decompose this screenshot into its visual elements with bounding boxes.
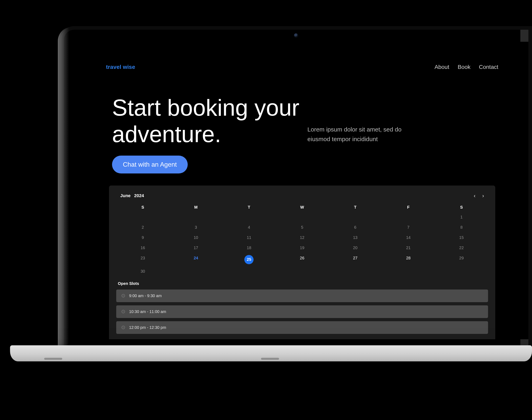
calendar-day-empty bbox=[276, 213, 329, 222]
open-slots-list: 9:00 am - 9:30 am10:30 am - 11:00 am12:0… bbox=[116, 289, 488, 334]
calendar-day: 8 bbox=[435, 223, 488, 232]
calendar-day: 16 bbox=[116, 243, 169, 252]
nav-book[interactable]: Book bbox=[458, 64, 471, 70]
hero-title-line1: Start booking your bbox=[112, 95, 299, 120]
calendar-month: June bbox=[120, 193, 131, 198]
calendar-day-empty bbox=[222, 267, 276, 276]
calendar-day: 14 bbox=[382, 233, 435, 242]
calendar-week-row: 30 bbox=[116, 267, 488, 276]
nav-contact[interactable]: Contact bbox=[479, 64, 499, 70]
calendar-day: 1 bbox=[435, 213, 488, 222]
calendar-day-label: 25 bbox=[244, 255, 253, 264]
open-slots-title: Open Slots bbox=[118, 281, 488, 286]
calendar-day[interactable]: 26 bbox=[276, 254, 329, 265]
calendar-day[interactable]: 28 bbox=[382, 254, 435, 265]
booking-panel: June 2024 ‹ › SMTWTFS 123456789101112131… bbox=[109, 185, 495, 340]
radio-icon bbox=[121, 294, 125, 298]
calendar-day-empty bbox=[276, 267, 329, 276]
calendar-dow: S bbox=[116, 205, 169, 210]
calendar-week-row: 23242526272829 bbox=[116, 254, 488, 265]
hero-subtitle: Lorem ipsum dolor sit amet, sed do eiusm… bbox=[307, 125, 412, 148]
calendar-day: 13 bbox=[329, 233, 382, 242]
calendar-next-icon[interactable]: › bbox=[482, 193, 484, 199]
hero-title-line2: adventure. bbox=[112, 121, 221, 147]
calendar-day-empty bbox=[169, 213, 223, 222]
laptop-lid: travel wise About Book Contact Start boo… bbox=[60, 26, 532, 345]
calendar-day: 7 bbox=[382, 223, 435, 232]
hero-section: Start booking your adventure. Lorem ipsu… bbox=[112, 94, 498, 173]
calendar-week-row: 1 bbox=[116, 213, 488, 222]
calendar-day-empty bbox=[435, 267, 488, 276]
calendar-day: 11 bbox=[222, 233, 276, 242]
calendar-day: 30 bbox=[116, 267, 169, 276]
calendar-day-empty bbox=[116, 213, 169, 222]
calendar-dow: T bbox=[222, 205, 276, 210]
top-bar: travel wise About Book Contact bbox=[106, 64, 498, 70]
nav-about[interactable]: About bbox=[435, 64, 449, 70]
time-slot[interactable]: 10:30 am - 11:00 am bbox=[116, 305, 488, 318]
calendar-dow: W bbox=[276, 205, 329, 210]
webcam-icon bbox=[294, 33, 298, 38]
calendar-day: 23 bbox=[116, 254, 169, 265]
calendar-day: 5 bbox=[276, 223, 329, 232]
calendar-year: 2024 bbox=[134, 193, 144, 198]
calendar-week-row: 2345678 bbox=[116, 223, 488, 232]
calendar-day: 15 bbox=[435, 233, 488, 242]
calendar-day: 20 bbox=[329, 243, 382, 252]
calendar-day: 22 bbox=[435, 243, 488, 252]
calendar-day: 12 bbox=[276, 233, 329, 242]
time-slot-label: 10:30 am - 11:00 am bbox=[129, 309, 166, 314]
radio-icon bbox=[121, 326, 125, 329]
calendar-dow: T bbox=[329, 205, 382, 210]
time-slot-label: 12:00 pm - 12:30 pm bbox=[129, 325, 166, 330]
calendar-day-empty bbox=[329, 213, 382, 222]
calendar-day-empty bbox=[329, 267, 382, 276]
calendar-day: 19 bbox=[276, 243, 329, 252]
calendar-day: 29 bbox=[435, 254, 488, 265]
calendar-day: 10 bbox=[169, 233, 223, 242]
time-slot[interactable]: 12:00 pm - 12:30 pm bbox=[116, 321, 488, 334]
calendar-dow: F bbox=[382, 205, 435, 210]
calendar-day-empty bbox=[169, 267, 223, 276]
calendar-day-selected[interactable]: 25 bbox=[222, 254, 276, 265]
calendar-day-empty bbox=[382, 213, 435, 222]
calendar-grid: 1234567891011121314151617181920212223242… bbox=[116, 213, 488, 276]
hero-title: Start booking your adventure. bbox=[112, 94, 299, 148]
calendar-prev-icon[interactable]: ‹ bbox=[474, 193, 476, 199]
laptop-foot bbox=[261, 358, 279, 360]
calendar-week-row: 9101112131415 bbox=[116, 233, 488, 242]
calendar-day: 3 bbox=[169, 223, 223, 232]
time-slot-label: 9:00 am - 9:30 am bbox=[129, 294, 162, 298]
calendar-week-row: 16171819202122 bbox=[116, 243, 488, 252]
laptop-base bbox=[10, 345, 532, 361]
calendar-month-year: June 2024 bbox=[120, 193, 144, 198]
primary-nav: About Book Contact bbox=[435, 64, 499, 70]
radio-icon bbox=[121, 310, 125, 313]
calendar-day: 18 bbox=[222, 243, 276, 252]
calendar-day: 21 bbox=[382, 243, 435, 252]
calendar-dow: S bbox=[435, 205, 488, 210]
calendar-day-empty bbox=[382, 267, 435, 276]
calendar-day: 6 bbox=[329, 223, 382, 232]
chat-agent-button[interactable]: Chat with an Agent bbox=[112, 156, 188, 173]
calendar-day: 9 bbox=[116, 233, 169, 242]
calendar-day-empty bbox=[222, 213, 276, 222]
laptop-foot bbox=[44, 358, 62, 360]
brand-logo[interactable]: travel wise bbox=[106, 64, 135, 70]
calendar-dow: M bbox=[169, 205, 223, 210]
calendar-dow-row: SMTWTFS bbox=[116, 205, 488, 210]
calendar-day: 4 bbox=[222, 223, 276, 232]
time-slot[interactable]: 9:00 am - 9:30 am bbox=[116, 289, 488, 302]
calendar-day[interactable]: 27 bbox=[329, 254, 382, 265]
calendar-day: 17 bbox=[169, 243, 223, 252]
calendar-day[interactable]: 24 bbox=[169, 254, 223, 265]
calendar-day: 2 bbox=[116, 223, 169, 232]
screen: travel wise About Book Contact Start boo… bbox=[76, 42, 528, 339]
